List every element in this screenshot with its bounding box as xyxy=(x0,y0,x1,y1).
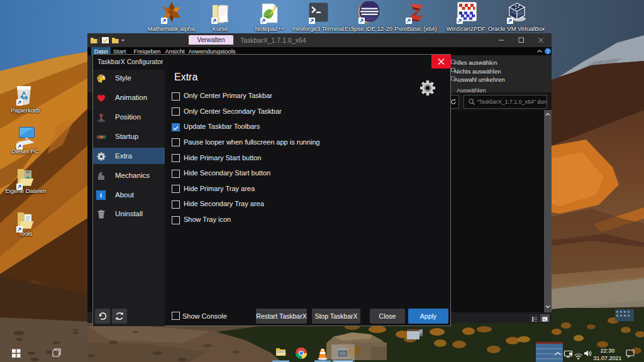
svg-text:?: ? xyxy=(547,48,549,55)
